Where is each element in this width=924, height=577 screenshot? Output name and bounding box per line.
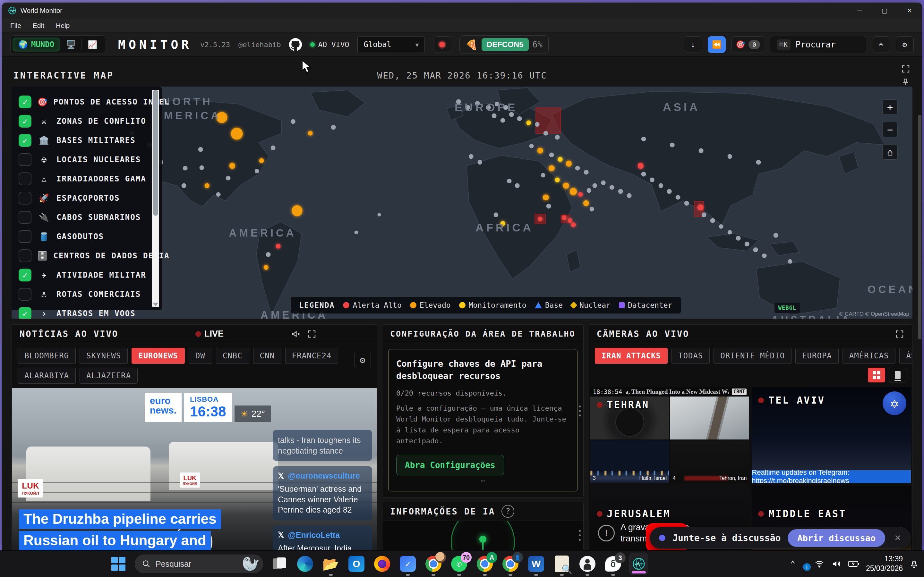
- channel-tab-bloomberg[interactable]: BLOOMBERG: [18, 348, 76, 364]
- layer-checkbox[interactable]: ✓: [19, 115, 31, 127]
- mute-icon[interactable]: [291, 329, 300, 339]
- theme-toggle-button[interactable]: ☀: [872, 36, 890, 53]
- channel-tab-alarabiya[interactable]: ALARABIYA: [18, 367, 76, 384]
- global-search-button[interactable]: ⌘K Procurar: [770, 36, 866, 53]
- defcon-widget[interactable]: 🍕 DEFCON5 6%: [459, 35, 548, 54]
- interactive-map[interactable]: NORTHAMERICAEUROPEASIAAFRICAAMERICAAMERI…: [11, 87, 913, 319]
- menu-edit[interactable]: Edit: [27, 20, 49, 31]
- scrollbar-thumb[interactable]: [153, 90, 158, 216]
- chat-app-icon[interactable]: δ3: [604, 554, 622, 573]
- firefox-app-icon[interactable]: [373, 554, 391, 573]
- open-discussion-button[interactable]: Abrir discussão: [788, 529, 885, 547]
- camera-tab-todas[interactable]: TODAS: [672, 348, 710, 364]
- layer-checkbox[interactable]: [19, 192, 31, 205]
- layer-checkbox[interactable]: [19, 230, 31, 243]
- start-button[interactable]: [109, 554, 128, 573]
- channel-tab-dw[interactable]: DW: [189, 348, 212, 364]
- word-app-icon[interactable]: W: [527, 554, 545, 573]
- layer-toggle-row[interactable]: 🗄️CENTROS DE DADOS DE IA: [19, 246, 162, 266]
- layer-toggle-row[interactable]: 🛢️GASODUTOS: [19, 227, 162, 246]
- layer-toggle-row[interactable]: ✓✈ATRASOS EM VOOS: [19, 304, 162, 319]
- record-button[interactable]: [433, 36, 451, 53]
- chrome-profile1-app-icon[interactable]: [424, 554, 443, 573]
- help-icon[interactable]: ?: [501, 505, 514, 518]
- layer-checkbox[interactable]: [19, 211, 31, 224]
- world-monitor-app-icon[interactable]: [630, 554, 648, 573]
- tweet-handle[interactable]: @euronewsculture: [288, 471, 360, 480]
- stream-tile-tehran[interactable]: 4 Tehran, Iran: [670, 440, 749, 484]
- news-settings-button[interactable]: ⚙: [354, 351, 371, 368]
- taskbar-clock[interactable]: 13:39 25/03/2026: [866, 554, 903, 574]
- kebab-menu-icon[interactable]: [579, 530, 581, 541]
- region-select[interactable]: Global ▼: [357, 36, 425, 53]
- onedrive-icon[interactable]: ☁i: [802, 558, 808, 570]
- minimize-button[interactable]: ─: [847, 3, 872, 19]
- channel-tab-cnbc[interactable]: CNBC: [216, 348, 249, 364]
- maximize-button[interactable]: ▢: [872, 3, 897, 19]
- chrome-profile3-app-icon[interactable]: 👤: [501, 554, 520, 573]
- targets-button[interactable]: 🎯 0: [732, 36, 764, 53]
- menu-file[interactable]: File: [5, 20, 26, 31]
- zoom-out-button[interactable]: −: [882, 122, 898, 137]
- kebab-menu-icon[interactable]: [579, 406, 581, 416]
- mode-desktop-button[interactable]: 🖥️: [60, 37, 81, 52]
- menu-help[interactable]: Help: [51, 20, 75, 31]
- layers-scrollbar[interactable]: [152, 90, 159, 307]
- stream-tile-haifa[interactable]: 3 Haifa, Israel: [590, 440, 669, 484]
- taskbar-search[interactable]: Pesquisar 🦭: [135, 554, 263, 573]
- layer-checkbox[interactable]: ✓: [19, 269, 31, 282]
- todo-app-icon[interactable]: ✓: [399, 554, 417, 573]
- github-icon[interactable]: [289, 38, 302, 51]
- wifi-icon[interactable]: [814, 559, 825, 568]
- open-settings-button[interactable]: Abra Configurações: [396, 455, 504, 475]
- layer-toggle-row[interactable]: ⚓ROTAS COMERCIAIS: [19, 285, 162, 304]
- edge-app-icon[interactable]: [296, 554, 314, 573]
- toast-close-icon[interactable]: ✕: [892, 533, 903, 543]
- stream-tile-crane[interactable]: [670, 396, 749, 440]
- layer-toggle-row[interactable]: ✓⚔ZONAS DE CONFLITO: [19, 111, 162, 131]
- scrollbar-down-arrow[interactable]: [153, 303, 158, 306]
- whatsapp-app-icon[interactable]: ✆70: [450, 554, 468, 573]
- camera-tab-oriente-m-dio[interactable]: ORIENTE MÉDIO: [714, 348, 792, 364]
- notification-bell-dnd-icon[interactable]: zz: [909, 559, 919, 569]
- layer-checkbox[interactable]: [19, 153, 31, 166]
- layer-toggle-row[interactable]: ✓🏛️BASES MILITARES: [19, 131, 162, 150]
- mode-world-button[interactable]: 🌍 MUNDO: [13, 37, 60, 52]
- tweet-handle[interactable]: @EnricoLetta: [288, 530, 340, 540]
- replay-button[interactable]: ⏪: [708, 36, 726, 53]
- layer-toggle-row[interactable]: ✓✈ATIVIDADE MILITAR: [19, 266, 162, 285]
- list-view-button[interactable]: [889, 367, 906, 382]
- layer-toggle-row[interactable]: ✓🎯PONTOS DE ACESSO INTEL: [19, 92, 162, 111]
- layer-toggle-row[interactable]: ☢LOCAIS NUCLEARES: [19, 150, 162, 169]
- layer-checkbox[interactable]: ✓: [19, 134, 31, 147]
- zoom-in-button[interactable]: +: [882, 99, 898, 115]
- profile-app-icon[interactable]: [578, 554, 597, 573]
- layer-toggle-row[interactable]: ⚠IRRADIADORES GAMA: [19, 169, 162, 189]
- news-video-player[interactable]: LUK ЛУКОЙЛ LUK ЛУКОЙЛ euro news. LISBOA: [12, 388, 376, 550]
- news-fullscreen-icon[interactable]: [307, 329, 317, 339]
- mode-markets-button[interactable]: 📈: [82, 37, 103, 52]
- volume-icon[interactable]: [831, 559, 842, 568]
- channel-tab-cnn[interactable]: CNN: [253, 348, 281, 364]
- fullscreen-icon[interactable]: [901, 64, 911, 74]
- channel-tab-aljazeera[interactable]: ALJAZEERA: [79, 367, 137, 384]
- task-view-button[interactable]: [270, 554, 289, 573]
- content-scrollbar[interactable]: [918, 115, 921, 547]
- layer-checkbox[interactable]: ✓: [19, 307, 31, 319]
- camera-tab--sia[interactable]: ÁSIA: [899, 348, 913, 364]
- channel-tab-france24[interactable]: FRANCE24: [285, 348, 338, 364]
- channel-tab-skynews[interactable]: SKYNEWS: [79, 348, 128, 364]
- camera-tab-europa[interactable]: EUROPA: [795, 348, 838, 364]
- camera-tab-iran-attacks[interactable]: IRAN ATTACKS: [595, 348, 668, 364]
- download-button[interactable]: ↓: [684, 36, 702, 53]
- outlook-app-icon[interactable]: O: [347, 554, 366, 573]
- channel-tab-euronews[interactable]: EURONEWS: [132, 348, 185, 364]
- layer-checkbox[interactable]: [19, 250, 31, 262]
- tray-chevron-icon[interactable]: ⌃: [790, 559, 795, 569]
- cameras-fullscreen-icon[interactable]: [895, 329, 905, 339]
- layer-checkbox[interactable]: [19, 288, 31, 301]
- layer-checkbox[interactable]: ✓: [19, 95, 31, 108]
- layer-toggle-row[interactable]: 🚀ESPAÇOPORTOS: [19, 189, 162, 208]
- chrome-profile2-app-icon[interactable]: A: [475, 554, 494, 573]
- scrollbar-thumb[interactable]: [918, 115, 921, 340]
